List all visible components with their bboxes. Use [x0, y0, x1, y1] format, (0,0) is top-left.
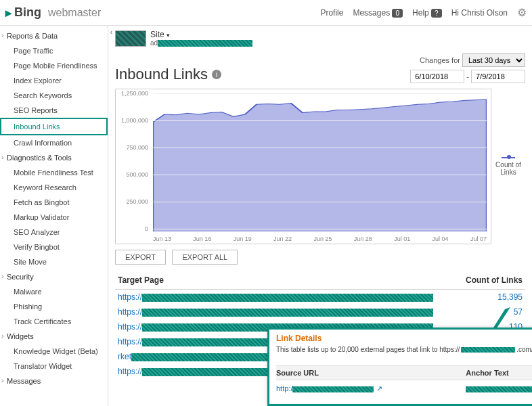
nav-item[interactable]: Verify Bingbot	[0, 240, 108, 254]
changes-for-label: Changes for	[420, 56, 460, 64]
header-right: Profile Messages 0 Help ? Hi Christi Ols…	[320, 6, 527, 19]
brand-text: Bing	[14, 5, 41, 20]
y-tick: 1,000,000	[116, 117, 148, 124]
messages-badge: 0	[392, 9, 403, 18]
x-tick: Jun 19	[234, 235, 252, 242]
main-content: Site ▾ ad Inbound Links i Changes for La…	[108, 26, 532, 406]
x-tick: Jul 07	[470, 235, 487, 242]
nav-item[interactable]: Knowledge Widget (Beta)	[0, 344, 108, 359]
nav-group[interactable]: Diagnostics & Tools	[0, 150, 108, 165]
nav-group[interactable]: Security	[0, 269, 108, 284]
y-tick: 1,250,000	[116, 90, 148, 97]
greeting: Hi Christi Olson	[451, 8, 508, 18]
site-url-redacted: ad	[150, 39, 252, 47]
x-tick: Jun 13	[153, 235, 171, 242]
nav-item[interactable]: Page Mobile Friendliness	[0, 58, 108, 73]
y-tick: 500,000	[116, 171, 148, 178]
profile-link[interactable]: Profile	[320, 8, 343, 18]
header: ▸ Bing webmaster Profile Messages 0 Help…	[0, 0, 532, 26]
popup-col-anchor: Anchor Text	[466, 369, 532, 377]
nav-item[interactable]: Phishing	[0, 299, 108, 314]
legend-marker-icon	[502, 157, 515, 158]
messages-link[interactable]: Messages 0	[353, 8, 403, 18]
nav-item[interactable]: Markup Validator	[0, 210, 108, 225]
nav-item[interactable]: Malware	[0, 284, 108, 299]
help-badge: ?	[431, 9, 442, 18]
page-title: Inbound Links i	[115, 66, 221, 83]
nav-item[interactable]: Mobile Friendliness Test	[0, 165, 108, 180]
table-row[interactable]: https://15,395	[115, 290, 525, 304]
col-target-page[interactable]: Target Page	[118, 275, 455, 285]
y-tick: 0	[116, 225, 148, 232]
nav-item[interactable]: Translator Widget	[0, 359, 108, 374]
popup-title: Link Details	[276, 334, 532, 343]
popup-col-source: Source URL	[276, 369, 466, 377]
nav-group[interactable]: Messages	[0, 374, 108, 388]
range-select[interactable]: Last 30 days	[462, 53, 525, 67]
nav-group[interactable]: Widgets	[0, 329, 108, 344]
nav-item[interactable]: Fetch as Bingbot	[0, 195, 108, 210]
x-tick: Jul 04	[433, 235, 449, 242]
site-selector-row: Site ▾ ad	[115, 30, 525, 49]
x-tick: Jun 22	[273, 235, 292, 242]
x-tick: Jun 28	[354, 235, 372, 242]
nav-item[interactable]: Site Move	[0, 254, 108, 269]
sidebar: ‹ Reports & DataPage TrafficPage Mobile …	[0, 26, 108, 406]
popup-description: This table lists up to 20,000 external p…	[276, 346, 532, 353]
help-link[interactable]: Help ?	[412, 8, 442, 18]
gear-icon[interactable]: ⚙	[517, 6, 527, 19]
nav-item[interactable]: SEO Reports	[0, 103, 108, 118]
logo[interactable]: ▸ Bing webmaster	[5, 5, 101, 20]
export-button[interactable]: EXPORT	[115, 250, 166, 265]
nav-item[interactable]: Crawl Information	[0, 135, 108, 150]
bing-b-icon: ▸	[5, 5, 12, 20]
popup-row[interactable]: http:/ ↗	[276, 380, 532, 397]
chart-area: 1,250,0001,000,000750,000500,000250,0000…	[115, 89, 491, 244]
x-tick: Jun 25	[313, 235, 332, 242]
nav-item[interactable]: Index Explorer	[0, 73, 108, 88]
col-count-links[interactable]: Count of Links	[455, 275, 523, 285]
site-label[interactable]: Site ▾	[150, 30, 252, 39]
x-tick: Jul 01	[394, 235, 410, 242]
x-tick: Jun 16	[193, 235, 211, 242]
legend-label: Count of Links	[491, 161, 525, 176]
nav-item[interactable]: SEO Analyzer	[0, 225, 108, 240]
product-text: webmaster	[48, 7, 101, 19]
date-from-input[interactable]	[410, 70, 464, 83]
table-row[interactable]: https://57	[115, 304, 525, 319]
export-all-button[interactable]: EXPORT ALL	[172, 250, 238, 265]
chart-legend: Count of Links	[491, 89, 525, 244]
info-icon[interactable]: i	[212, 70, 221, 79]
link-details-popup: × Link Details This table lists up to 20…	[267, 328, 532, 406]
nav-item[interactable]: Track Certificates	[0, 314, 108, 329]
nav-item[interactable]: Search Keywords	[0, 88, 108, 103]
site-thumbnail	[115, 30, 146, 47]
y-tick: 750,000	[116, 144, 148, 151]
nav-item[interactable]: Inbound Links	[0, 118, 108, 135]
date-to-input[interactable]	[471, 70, 525, 83]
nav-group[interactable]: Reports & Data	[0, 28, 108, 43]
y-tick: 250,000	[116, 198, 148, 205]
external-link-icon: ↗	[376, 384, 382, 392]
nav-item[interactable]: Page Traffic	[0, 43, 108, 58]
nav-item[interactable]: Keyword Research	[0, 180, 108, 195]
